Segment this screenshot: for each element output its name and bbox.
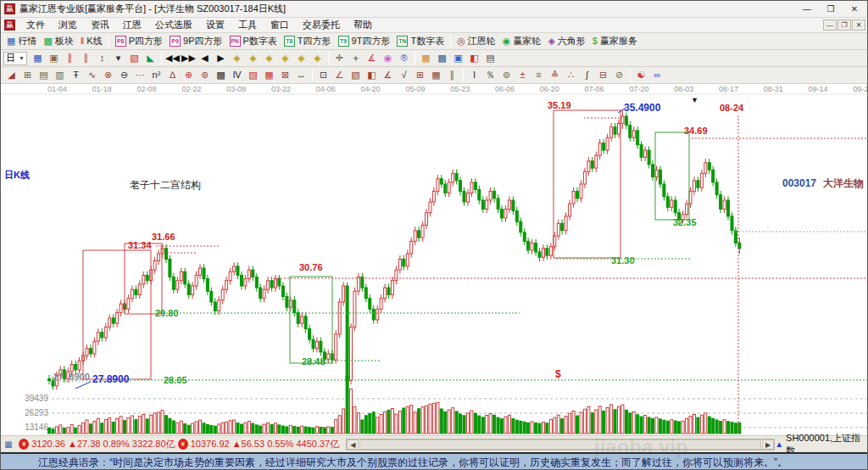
nav-tool-icon-20[interactable]: ✛ [331, 51, 348, 66]
draw-tool-icon-7[interactable]: ⊖ [116, 68, 132, 83]
draw-tool-icon-41[interactable]: ☯ [633, 68, 649, 83]
draw-tool-icon-12[interactable]: ⊛ [197, 68, 213, 83]
draw-tool-icon-39[interactable]: ⊘ [611, 68, 627, 83]
draw-tool-icon-8[interactable]: ⋯ [132, 68, 148, 83]
draw-tool-icon-27[interactable]: ▦ [428, 68, 444, 83]
nav-tool-icon-27[interactable]: ▩ [434, 51, 450, 66]
t-square-button[interactable]: T8T四方形 [281, 34, 335, 49]
nav-tool-icon-11[interactable]: ◀ [197, 51, 213, 66]
grid-icon[interactable]: ▦ [3, 439, 14, 450]
draw-tool-icon-5[interactable]: ∿ [84, 68, 100, 83]
minimize-button[interactable]: — [796, 3, 818, 16]
menu-item-窗口[interactable]: 窗口 [264, 17, 296, 33]
draw-tool-icon-28[interactable]: ∥ [444, 68, 460, 83]
9t-square-button[interactable]: T99T四方形 [335, 34, 394, 49]
mdi-restore-button[interactable]: ❐ [837, 20, 851, 31]
kline-button[interactable]: ‖K线 [77, 34, 106, 49]
draw-tool-icon-35[interactable]: ≙ [547, 68, 563, 83]
period-select[interactable]: 日▼ [3, 52, 27, 65]
draw-tool-icon-3[interactable]: ▥ [52, 68, 68, 83]
quotes-button[interactable]: ▦行情 [3, 34, 40, 49]
draw-tool-icon-1[interactable]: ⊞ [19, 68, 36, 83]
draw-tool-icon-30[interactable]: Ⅰ [466, 68, 482, 83]
draw-tool-icon-4[interactable]: Ŧ [68, 68, 84, 83]
draw-tool-icon-38[interactable]: ⊟ [595, 68, 611, 83]
menu-item-文件[interactable]: 文件 [19, 17, 52, 33]
draw-tool-icon-17[interactable]: ⊠ [277, 68, 293, 83]
draw-tool-icon-25[interactable]: √ [396, 68, 412, 83]
period-label[interactable]: 日K线 [4, 169, 30, 182]
draw-tool-icon-26[interactable]: ⊞ [412, 68, 428, 83]
menu-item-交易委托[interactable]: 交易委托 [296, 17, 347, 33]
draw-tool-icon-11[interactable]: ⊕ [181, 68, 197, 83]
horizontal-scrollbar[interactable]: ◀ ▶ [346, 439, 775, 450]
nav-tool-icon-12[interactable]: ▶ [213, 51, 229, 66]
nav-tool-icon-6[interactable]: ▧ [126, 51, 142, 66]
winner-wheel-button[interactable]: ◉赢家轮 [499, 34, 545, 49]
nav-tool-icon-10[interactable]: ▶▶ [181, 51, 197, 66]
nav-tool-icon-23[interactable]: ◉ [380, 51, 396, 66]
draw-tool-icon-34[interactable]: ≡ [531, 68, 547, 83]
nav-tool-icon-17[interactable]: ◈ [293, 51, 309, 66]
nav-tool-icon-21[interactable]: ＋ [348, 51, 364, 66]
t-digit-table-button[interactable]: TNT数字表 [393, 34, 448, 49]
menu-item-资讯[interactable]: 资讯 [84, 17, 116, 33]
scroll-right-arrow[interactable]: ▶ [762, 439, 774, 450]
menu-item-帮助[interactable]: 帮助 [347, 17, 379, 33]
draw-tool-icon-16[interactable]: ▦ [261, 68, 277, 83]
p-digit-table-button[interactable]: PNP数字表 [226, 34, 281, 49]
draw-tool-icon-6[interactable]: ⊗ [100, 68, 116, 83]
candlestick-chart[interactable]: 01-0401-1802-0802-2203-0803-2204-0604-20… [1, 84, 868, 435]
nav-tool-icon-3[interactable]: ∥ [78, 51, 94, 66]
sectors-button[interactable]: ▩板块 [40, 34, 76, 49]
menu-item-工具[interactable]: 工具 [231, 17, 264, 33]
nav-tool-icon-29[interactable]: ◧ [466, 51, 482, 66]
nav-tool-icon-15[interactable]: ◈ [261, 51, 277, 66]
nav-tool-icon-7[interactable]: ◣ [142, 51, 159, 66]
draw-tool-icon-24[interactable]: ∡ [380, 68, 396, 83]
scrollbar-thumb[interactable] [359, 439, 761, 450]
draw-tool-icon-13[interactable]: ▩ [213, 68, 229, 83]
nav-tool-icon-5[interactable]: ▾ [110, 51, 126, 66]
nav-tool-icon-22[interactable]: ∡ [364, 51, 380, 66]
nav-tool-icon-0[interactable]: ▦ [30, 51, 46, 66]
draw-tool-icon-33[interactable]: ± [515, 68, 531, 83]
draw-tool-icon-2[interactable]: ▤ [36, 68, 52, 83]
nav-tool-icon-1[interactable]: ▣ [46, 51, 62, 66]
menu-item-公式选股[interactable]: 公式选股 [148, 17, 199, 33]
draw-tool-icon-21[interactable]: ∠ [331, 68, 348, 83]
draw-tool-icon-42[interactable]: ∞ [649, 68, 665, 83]
draw-tool-icon-14[interactable]: Ⅳ [229, 68, 245, 83]
nav-tool-icon-16[interactable]: ◈ [277, 51, 293, 66]
9p-square-button[interactable]: P99P四方形 [166, 34, 225, 49]
draw-tool-icon-36[interactable]: ∴ [563, 68, 579, 83]
draw-tool-icon-20[interactable]: ⊡ [315, 68, 331, 83]
nav-tool-icon-28[interactable]: ▣ [450, 51, 466, 66]
nav-tool-icon-24[interactable]: ® [396, 51, 412, 66]
shanghai-index-quote[interactable]: 3120.36 ▲27.38 0.89% 3322.80亿 [31, 438, 175, 450]
draw-tool-icon-15[interactable]: ▨ [245, 68, 261, 83]
menu-item-浏览[interactable]: 浏览 [52, 17, 84, 33]
hexagon-button[interactable]: ◈六角形 [544, 34, 588, 49]
chart-area[interactable]: 01-0401-1802-0802-2203-0803-2204-0604-20… [1, 84, 868, 435]
close-button[interactable]: ✕ [843, 3, 865, 16]
p-square-button[interactable]: P8P四方形 [112, 34, 166, 49]
nav-tool-icon-13[interactable]: ◈ [229, 51, 245, 66]
nav-tool-icon-9[interactable]: ◀◀ [164, 51, 181, 66]
shenzhen-index-quote[interactable]: 10376.92 ▲56.53 0.55% 4450.37亿 [191, 438, 339, 450]
nav-tool-icon-26[interactable]: ▦ [418, 51, 434, 66]
nav-tool-icon-2[interactable]: ∥ [62, 51, 78, 66]
nav-tool-icon-30[interactable]: ▤ [482, 51, 498, 66]
maximize-button[interactable]: ❐ [820, 3, 842, 16]
menu-item-设置[interactable]: 设置 [199, 17, 231, 33]
draw-tool-icon-37[interactable]: ∫ [579, 68, 595, 83]
nav-tool-icon-14[interactable]: ◈ [245, 51, 261, 66]
draw-tool-icon-32[interactable]: ⊜ [498, 68, 515, 83]
mdi-minimize-button[interactable]: — [823, 20, 837, 31]
draw-tool-icon-18[interactable]: ↔ [293, 68, 309, 83]
gann-wheel-button[interactable]: ◎江恩轮 [453, 34, 499, 49]
menu-item-江恩[interactable]: 江恩 [116, 17, 148, 33]
nav-tool-icon-18[interactable]: ◈ [309, 51, 326, 66]
nav-tool-icon-4[interactable]: ↕ [94, 51, 110, 66]
draw-tool-icon-22[interactable]: ▧ [348, 68, 364, 83]
